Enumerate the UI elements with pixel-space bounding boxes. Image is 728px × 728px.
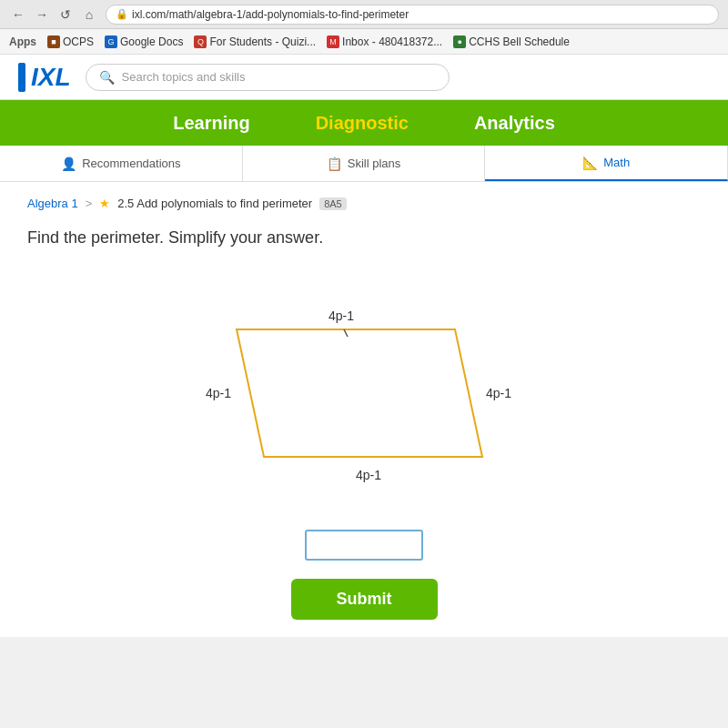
- left-side-label: 4p-1: [206, 386, 231, 400]
- bookmarks-bar: Apps ■ OCPS G Google Docs Q For Students…: [0, 29, 728, 55]
- shape-container: 4p-1 4p-1 4p-1 4p-1: [27, 275, 701, 511]
- google-docs-label: Google Docs: [120, 35, 183, 48]
- forward-button[interactable]: →: [33, 5, 51, 24]
- bookmark-ocps[interactable]: ■ OCPS: [47, 35, 94, 48]
- nav-learning[interactable]: Learning: [158, 106, 264, 141]
- answer-section: [27, 530, 701, 561]
- ixl-search-bar[interactable]: 🔍 Search topics and skills: [86, 64, 450, 91]
- problem-instruction: Find the perimeter. Simplify your answer…: [27, 228, 701, 248]
- breadcrumb-arrow: >: [86, 197, 93, 210]
- cchs-label: CCHS Bell Schedule: [469, 35, 570, 48]
- address-bar[interactable]: 🔒 ixl.com/math/algebra-1/add-polynomials…: [106, 5, 719, 25]
- search-placeholder-text: Search topics and skills: [122, 70, 246, 84]
- right-side-label: 4p-1: [486, 386, 511, 400]
- apps-label: Apps: [9, 35, 36, 48]
- breadcrumb-badge: 8A5: [319, 197, 347, 210]
- back-button[interactable]: ←: [9, 5, 27, 24]
- browser-nav: ← → ↺ ⌂: [9, 5, 98, 24]
- url-text: ixl.com/math/algebra-1/add-polynomials-t…: [132, 8, 409, 21]
- bookmark-cchs[interactable]: ● CCHS Bell Schedule: [453, 35, 570, 48]
- math-label: Math: [603, 156, 630, 169]
- nav-diagnostic[interactable]: Diagnostic: [301, 106, 423, 141]
- bookmark-inbox[interactable]: M Inbox - 480418372...: [327, 35, 442, 48]
- refresh-button[interactable]: ↺: [56, 5, 75, 24]
- breadcrumb: Algebra 1 > ★ 2.5 Add polynomials to fin…: [27, 197, 701, 210]
- ixl-logo-bar: [18, 63, 25, 92]
- sub-navigation: 👤 Recommendations 📋 Skill plans 📐 Math: [0, 146, 728, 182]
- home-button[interactable]: ⌂: [80, 5, 98, 24]
- students-icon: Q: [194, 35, 207, 48]
- ixl-logo[interactable]: IXL: [18, 63, 71, 92]
- ocps-label: OCPS: [63, 35, 94, 48]
- recommendations-label: Recommendations: [82, 157, 180, 170]
- google-docs-icon: G: [105, 35, 117, 48]
- browser-bar: ← → ↺ ⌂ 🔒 ixl.com/math/algebra-1/add-pol…: [0, 0, 728, 29]
- submit-section: Submit: [27, 579, 701, 620]
- breadcrumb-current: 2.5 Add polynomials to find perimeter: [117, 197, 312, 210]
- main-navigation: Learning Diagnostic Analytics: [0, 100, 728, 146]
- content-area: Algebra 1 > ★ 2.5 Add polynomials to fin…: [0, 182, 728, 637]
- sub-nav-math[interactable]: 📐 Math: [485, 146, 728, 181]
- ixl-header: IXL 🔍 Search topics and skills: [0, 55, 728, 100]
- bookmark-for-students[interactable]: Q For Students - Quizi...: [194, 35, 316, 48]
- parallelogram-svg: 4p-1 4p-1 4p-1 4p-1: [191, 275, 537, 511]
- for-students-label: For Students - Quizi...: [209, 35, 316, 48]
- submit-button[interactable]: Submit: [291, 579, 438, 620]
- breadcrumb-parent[interactable]: Algebra 1: [27, 197, 78, 210]
- lock-icon: 🔒: [116, 8, 128, 20]
- answer-input[interactable]: [305, 530, 423, 561]
- sub-nav-skill-plans[interactable]: 📋 Skill plans: [243, 146, 486, 181]
- nav-analytics[interactable]: Analytics: [460, 106, 570, 141]
- ixl-logo-text: IXL: [31, 63, 71, 92]
- bookmark-apps[interactable]: Apps: [9, 35, 36, 48]
- sub-nav-recommendations[interactable]: 👤 Recommendations: [0, 146, 243, 181]
- cchs-icon: ●: [453, 35, 466, 48]
- tick-mark-top: [344, 329, 348, 337]
- bottom-side-label: 4p-1: [356, 468, 381, 482]
- breadcrumb-star: ★: [99, 197, 110, 210]
- inbox-label: Inbox - 480418372...: [342, 35, 442, 48]
- inbox-icon: M: [327, 35, 339, 48]
- bookmark-google-docs[interactable]: G Google Docs: [105, 35, 183, 48]
- recommendations-icon: 👤: [61, 157, 76, 171]
- parallelogram-shape: [237, 329, 482, 457]
- top-side-label: 4p-1: [329, 308, 354, 323]
- skill-plans-label: Skill plans: [348, 157, 401, 170]
- math-icon: 📐: [582, 156, 598, 170]
- skill-plans-icon: 📋: [327, 157, 342, 171]
- ocps-icon: ■: [47, 35, 60, 48]
- search-icon: 🔍: [99, 70, 115, 85]
